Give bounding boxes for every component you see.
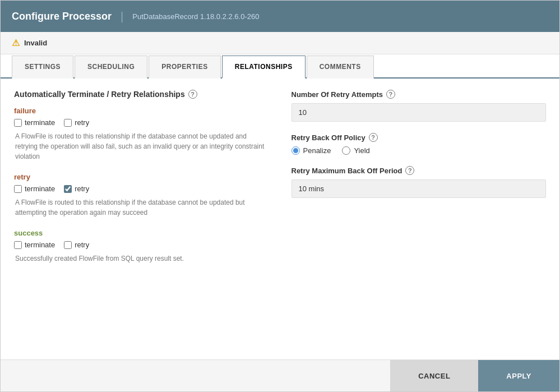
configure-processor-dialog: Configure Processor | PutDatabaseRecord …	[0, 0, 560, 392]
retry-backoff-policy-label: Retry Back Off Policy ?	[291, 133, 547, 142]
dialog-footer: CANCEL APPLY	[1, 359, 559, 391]
section-help-icon[interactable]: ?	[188, 90, 197, 99]
retry-max-period-group: Retry Maximum Back Off Period ? 10 mins	[291, 166, 547, 198]
dialog-separator: |	[121, 10, 123, 23]
retry-terminate-label[interactable]: terminate	[14, 185, 55, 193]
retry-max-period-label: Retry Maximum Back Off Period ?	[291, 166, 547, 175]
success-retry-label[interactable]: retry	[64, 241, 89, 249]
cancel-button[interactable]: CANCEL	[390, 360, 478, 391]
retry-terminate-checkbox[interactable]	[14, 185, 22, 193]
yield-radio[interactable]	[342, 146, 350, 155]
success-retry-checkbox[interactable]	[64, 241, 72, 249]
retry-max-period-value: 10 mins	[291, 179, 547, 198]
tab-comments[interactable]: COMMENTS	[307, 56, 374, 79]
section-title: Automatically Terminate / Retry Relation…	[14, 90, 269, 99]
success-terminate-label[interactable]: terminate	[14, 241, 55, 249]
right-panel: Number Of Retry Attempts ? 10 Retry Back…	[291, 90, 547, 348]
success-checkbox-row: terminate retry	[14, 241, 269, 249]
retry-attempts-group: Number Of Retry Attempts ? 10	[291, 90, 547, 122]
retry-attempts-help-icon[interactable]: ?	[386, 90, 395, 99]
failure-description: A FlowFile is routed to this relationshi…	[14, 131, 269, 162]
failure-terminate-label[interactable]: terminate	[14, 118, 55, 127]
warning-icon: ⚠	[12, 38, 20, 48]
dialog-title: Configure Processor	[12, 11, 112, 22]
apply-button[interactable]: APPLY	[478, 360, 559, 391]
failure-terminate-checkbox[interactable]	[14, 119, 22, 127]
retry-backoff-help-icon[interactable]: ?	[369, 133, 378, 142]
failure-retry-label[interactable]: retry	[64, 118, 89, 127]
relationship-name-failure: failure	[14, 107, 269, 115]
relationship-retry: retry terminate retry A FlowFile is rout…	[14, 173, 269, 218]
dialog-body: Automatically Terminate / Retry Relation…	[1, 79, 559, 359]
retry-checkbox-row: terminate retry	[14, 185, 269, 193]
relationship-success: success terminate retry Successfully cre…	[14, 229, 269, 264]
retry-max-period-help-icon[interactable]: ?	[405, 166, 414, 175]
tab-relationships[interactable]: RELATIONSHIPS	[222, 56, 306, 79]
retry-backoff-radio-group: Penalize Yield	[291, 146, 547, 155]
yield-radio-label[interactable]: Yield	[342, 146, 369, 155]
tab-properties[interactable]: PROPERTIES	[149, 56, 220, 79]
success-description: Successfully created FlowFile from SQL q…	[14, 253, 269, 264]
tab-scheduling[interactable]: SCHEDULING	[75, 56, 147, 79]
retry-attempts-label: Number Of Retry Attempts ?	[291, 90, 547, 99]
left-panel: Automatically Terminate / Retry Relation…	[14, 90, 269, 348]
retry-description: A FlowFile is routed to this relationshi…	[14, 197, 269, 218]
retry-retry-label[interactable]: retry	[64, 185, 89, 193]
tab-settings[interactable]: SETTINGS	[12, 56, 73, 79]
relationship-name-success: success	[14, 229, 269, 237]
success-terminate-checkbox[interactable]	[14, 241, 22, 249]
dialog-subtitle: PutDatabaseRecord 1.18.0.2.2.6.0-260	[132, 12, 259, 21]
penalize-radio[interactable]	[291, 146, 300, 155]
relationship-name-retry: retry	[14, 173, 269, 181]
penalize-radio-label[interactable]: Penalize	[291, 146, 331, 155]
retry-retry-checkbox[interactable]	[64, 185, 72, 193]
invalid-text: Invalid	[24, 39, 47, 47]
retry-backoff-policy-group: Retry Back Off Policy ? Penalize Yield	[291, 133, 547, 155]
failure-checkbox-row: terminate retry	[14, 118, 269, 127]
tabs-container: SETTINGS SCHEDULING PROPERTIES RELATIONS…	[1, 54, 559, 79]
relationship-failure: failure terminate retry A FlowFile is ro…	[14, 107, 269, 162]
invalid-bar: ⚠ Invalid	[1, 32, 559, 54]
dialog-header: Configure Processor | PutDatabaseRecord …	[1, 1, 559, 32]
retry-attempts-value: 10	[291, 103, 547, 122]
failure-retry-checkbox[interactable]	[64, 119, 72, 127]
